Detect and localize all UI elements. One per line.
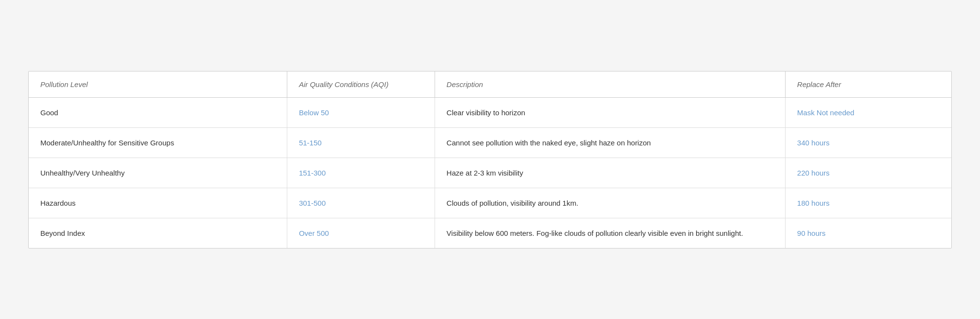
air-quality-table-wrapper: Pollution Level Air Quality Conditions (… <box>28 71 952 248</box>
cell-pollution-level: Good <box>29 97 287 127</box>
cell-pollution-level: Beyond Index <box>29 218 287 248</box>
table-row: Beyond IndexOver 500Visibility below 600… <box>29 218 951 248</box>
cell-replace-after: 180 hours <box>785 188 951 218</box>
cell-description: Clear visibility to horizon <box>435 97 785 127</box>
table-row: GoodBelow 50Clear visibility to horizonM… <box>29 97 951 127</box>
cell-pollution-level: Hazardous <box>29 188 287 218</box>
header-description: Description <box>435 71 785 98</box>
cell-aqi: 301-500 <box>287 188 435 218</box>
cell-replace-after: 90 hours <box>785 218 951 248</box>
table-row: Moderate/Unhealthy for Sensitive Groups5… <box>29 127 951 158</box>
table-header-row: Pollution Level Air Quality Conditions (… <box>29 71 951 98</box>
cell-aqi: 151-300 <box>287 158 435 188</box>
table-row: Hazardous301-500Clouds of pollution, vis… <box>29 188 951 218</box>
cell-description: Clouds of pollution, visibility around 1… <box>435 188 785 218</box>
cell-pollution-level: Unhealthy/Very Unhealthy <box>29 158 287 188</box>
cell-aqi: 51-150 <box>287 127 435 158</box>
cell-replace-after: 340 hours <box>785 127 951 158</box>
table-row: Unhealthy/Very Unhealthy151-300Haze at 2… <box>29 158 951 188</box>
air-quality-table: Pollution Level Air Quality Conditions (… <box>29 71 951 248</box>
cell-pollution-level: Moderate/Unhealthy for Sensitive Groups <box>29 127 287 158</box>
cell-aqi: Below 50 <box>287 97 435 127</box>
cell-aqi: Over 500 <box>287 218 435 248</box>
cell-replace-after: Mask Not needed <box>785 97 951 127</box>
cell-description: Visibility below 600 meters. Fog-like cl… <box>435 218 785 248</box>
header-aqi: Air Quality Conditions (AQI) <box>287 71 435 98</box>
header-pollution-level: Pollution Level <box>29 71 287 98</box>
cell-description: Haze at 2-3 km visibility <box>435 158 785 188</box>
cell-description: Cannot see pollution with the naked eye,… <box>435 127 785 158</box>
header-replace-after: Replace After <box>785 71 951 98</box>
cell-replace-after: 220 hours <box>785 158 951 188</box>
table-body: GoodBelow 50Clear visibility to horizonM… <box>29 97 951 248</box>
